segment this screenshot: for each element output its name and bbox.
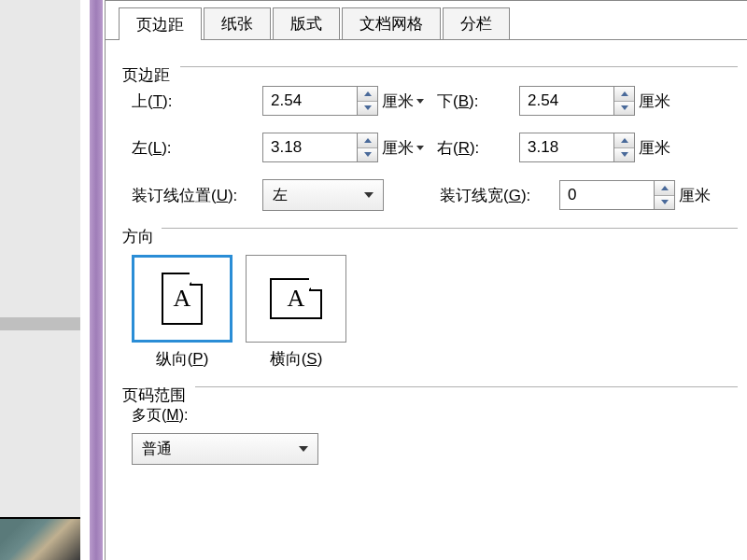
spinner-top[interactable] [262, 86, 378, 116]
fieldset-orientation: 方向 A 纵向(P) [122, 228, 738, 370]
legend-margins: 页边距 [122, 64, 176, 86]
tab-paper[interactable]: 纸张 [204, 7, 271, 39]
label-bottom: 下(B): [437, 91, 519, 112]
unit-bottom[interactable]: 厘米 [639, 91, 670, 112]
label-multipages: 多页(M): [132, 406, 738, 426]
input-right[interactable] [520, 133, 613, 161]
spinner-gutter-down[interactable] [655, 196, 674, 210]
orientation-landscape[interactable]: A [246, 255, 346, 343]
combo-multipages[interactable]: 普通 [132, 433, 318, 465]
spinner-right-down[interactable] [614, 148, 634, 162]
label-landscape: 横向(S) [270, 348, 323, 370]
spinner-left-up[interactable] [358, 133, 377, 148]
left-sidebar-strip [0, 0, 80, 560]
spinner-left[interactable] [262, 133, 378, 162]
tab-content: 页边距 上(T): 厘米 下(B): 厘米 [106, 40, 747, 465]
tab-layout[interactable]: 版式 [273, 7, 340, 39]
label-top: 上(T): [132, 91, 262, 112]
dialog-left-edge [90, 0, 103, 560]
tab-margins[interactable]: 页边距 [119, 7, 202, 40]
spinner-top-up[interactable] [358, 87, 377, 102]
unit-top[interactable]: 厘米 [382, 91, 424, 112]
label-left: 左(L): [132, 137, 262, 159]
page-portrait-icon: A [162, 273, 203, 325]
spinner-bottom-up[interactable] [614, 87, 634, 102]
spinner-gutter-width[interactable] [559, 180, 675, 210]
unit-left[interactable]: 厘米 [382, 137, 424, 159]
label-portrait: 纵向(P) [156, 348, 209, 370]
label-right: 右(R): [437, 137, 519, 159]
image-thumbnail [0, 517, 80, 560]
page-setup-dialog: 页边距 纸张 版式 文档网格 分栏 页边距 上(T): 厘米 下(B): [105, 0, 747, 560]
page-landscape-icon: A [270, 278, 322, 319]
input-top[interactable] [263, 87, 357, 115]
input-bottom[interactable] [520, 87, 613, 115]
spinner-right-up[interactable] [614, 133, 634, 148]
spinner-left-down[interactable] [358, 148, 377, 162]
chevron-down-icon [299, 446, 308, 452]
label-gutter-pos: 装订线位置(U): [132, 185, 262, 206]
unit-gutter[interactable]: 厘米 [679, 185, 711, 206]
tab-bar: 页边距 纸张 版式 文档网格 分栏 [106, 1, 747, 40]
label-gutter-width: 装订线宽(G): [440, 185, 559, 206]
orientation-portrait[interactable]: A [132, 255, 233, 343]
input-left[interactable] [263, 133, 357, 161]
tab-grid[interactable]: 文档网格 [342, 7, 441, 39]
input-gutter-width[interactable] [560, 181, 654, 209]
legend-pagerange: 页码范围 [122, 385, 191, 406]
spinner-gutter-up[interactable] [655, 181, 674, 196]
spinner-right[interactable] [519, 133, 635, 162]
spinner-top-down[interactable] [358, 102, 377, 116]
fieldset-pagerange: 页码范围 多页(M): 普通 [122, 386, 738, 465]
spinner-bottom-down[interactable] [614, 102, 634, 116]
spinner-bottom[interactable] [519, 86, 635, 116]
chevron-down-icon [364, 192, 374, 198]
thumbnail-placeholder [0, 317, 80, 330]
legend-orientation: 方向 [122, 226, 160, 247]
tab-columns[interactable]: 分栏 [443, 7, 510, 39]
unit-right[interactable]: 厘米 [639, 137, 670, 159]
combo-gutter-pos[interactable]: 左 [262, 179, 384, 211]
fieldset-margins: 页边距 上(T): 厘米 下(B): 厘米 [122, 66, 738, 211]
